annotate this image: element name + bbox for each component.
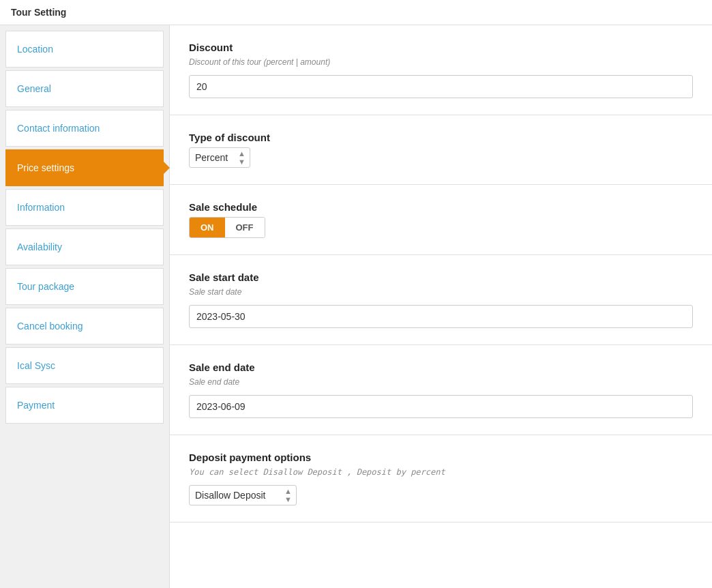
type-of-discount-section: Type of discount PercentAmount ▲ ▼	[170, 115, 712, 185]
discount-type-arrows: ▲ ▼	[234, 149, 250, 166]
deposit-payment-section: Deposit payment options You can select D…	[170, 435, 712, 523]
sidebar-item-tour-package[interactable]: Tour package	[5, 268, 164, 305]
sale-start-date-title: Sale start date	[189, 271, 693, 283]
sidebar-item-information[interactable]: Information	[5, 189, 164, 226]
deposit-desc-prefix: You can select	[189, 467, 263, 477]
deposit-option1-text: Disallow Deposit	[263, 467, 342, 477]
discount-type-select[interactable]: PercentAmount	[190, 148, 234, 167]
sale-start-date-input[interactable]	[189, 305, 693, 328]
discount-input[interactable]	[189, 75, 693, 98]
sale-start-date-label: Sale start date	[189, 287, 693, 297]
sidebar-item-general[interactable]: General	[5, 70, 164, 107]
deposit-separator: ,	[342, 467, 357, 477]
deposit-payment-title: Deposit payment options	[189, 452, 693, 463]
sidebar: LocationGeneralContact informationPrice …	[0, 25, 169, 588]
toggle-off-button[interactable]: OFF	[225, 218, 265, 237]
discount-type-select-wrapper: PercentAmount ▲ ▼	[189, 147, 250, 168]
sidebar-item-price-settings[interactable]: Price settings	[5, 149, 164, 186]
page-title: Tour Setting	[0, 0, 712, 25]
sale-schedule-title: Sale schedule	[189, 201, 693, 213]
sidebar-item-ical-sysc[interactable]: Ical Sysc	[5, 347, 164, 384]
sale-end-date-section: Sale end date Sale end date	[170, 345, 712, 435]
sale-schedule-section: Sale schedule ON OFF	[170, 185, 712, 255]
sidebar-item-contact-information[interactable]: Contact information	[5, 110, 164, 147]
sale-start-date-section: Sale start date Sale start date	[170, 255, 712, 345]
sale-end-date-label: Sale end date	[189, 377, 693, 387]
sidebar-item-cancel-booking[interactable]: Cancel booking	[5, 308, 164, 344]
deposit-option2-text: Deposit by percent	[357, 467, 445, 477]
sale-end-date-title: Sale end date	[189, 362, 693, 373]
main-content: Discount Discount of this tour (percent …	[169, 25, 712, 588]
sidebar-item-payment[interactable]: Payment	[5, 387, 164, 424]
discount-section: Discount Discount of this tour (percent …	[170, 25, 712, 115]
toggle-on-button[interactable]: ON	[190, 218, 225, 237]
discount-description: Discount of this tour (percent | amount)	[189, 57, 693, 67]
type-of-discount-title: Type of discount	[189, 132, 693, 143]
sidebar-item-availability[interactable]: Availability	[5, 229, 164, 265]
deposit-select-arrows: ▲ ▼	[280, 487, 296, 503]
deposit-select-wrapper: Disallow DepositDeposit by percent ▲ ▼	[189, 485, 297, 505]
sale-schedule-toggle: ON OFF	[189, 217, 265, 238]
deposit-select[interactable]: Disallow DepositDeposit by percent	[190, 486, 280, 505]
discount-title: Discount	[189, 42, 693, 53]
sidebar-item-location[interactable]: Location	[5, 31, 164, 68]
deposit-payment-description: You can select Disallow Deposit , Deposi…	[189, 467, 693, 477]
sale-end-date-input[interactable]	[189, 395, 693, 418]
